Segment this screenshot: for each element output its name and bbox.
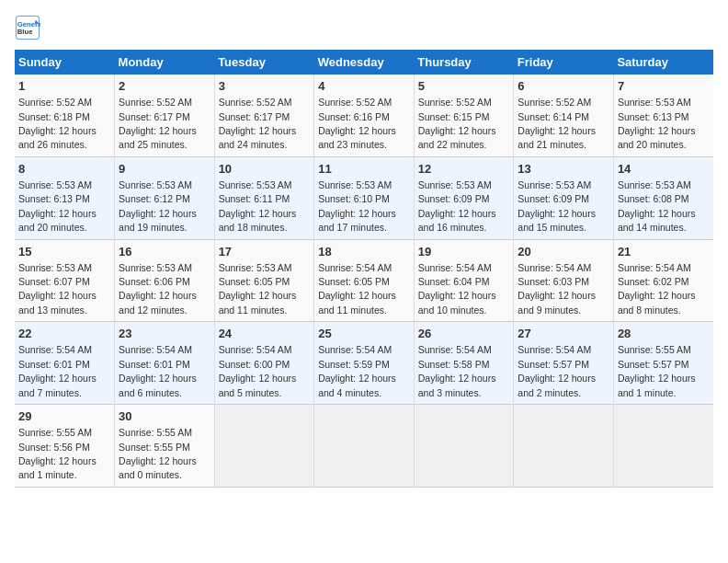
day-number: 28 [618,326,710,342]
header-sunday: Sunday [15,50,115,75]
day-number: 5 [418,78,510,95]
calendar-cell: 27Sunrise: 5:54 AMSunset: 5:57 PMDayligh… [514,322,614,405]
cell-info: Sunrise: 5:52 AMSunset: 6:17 PMDaylight:… [219,97,297,150]
calendar-cell [514,405,614,488]
cell-info: Sunrise: 5:55 AMSunset: 5:57 PMDaylight:… [618,344,696,397]
cell-info: Sunrise: 5:52 AMSunset: 6:16 PMDaylight:… [318,97,396,150]
day-number: 24 [219,326,311,342]
calendar-cell: 28Sunrise: 5:55 AMSunset: 5:57 PMDayligh… [613,322,713,405]
header-thursday: Thursday [414,50,514,75]
cell-info: Sunrise: 5:52 AMSunset: 6:14 PMDaylight:… [518,97,596,150]
day-number: 30 [119,408,210,425]
cell-info: Sunrise: 5:54 AMSunset: 6:00 PMDaylight:… [219,344,297,397]
calendar-cell: 17Sunrise: 5:53 AMSunset: 6:05 PMDayligh… [214,239,314,322]
calendar-week-1: 1Sunrise: 5:52 AMSunset: 6:18 PMDaylight… [15,75,713,156]
calendar-cell: 1Sunrise: 5:52 AMSunset: 6:18 PMDaylight… [15,75,115,156]
calendar-cell [613,405,713,488]
cell-info: Sunrise: 5:52 AMSunset: 6:17 PMDaylight:… [119,97,197,150]
calendar-table: SundayMondayTuesdayWednesdayThursdayFrid… [15,50,713,488]
calendar-cell: 3Sunrise: 5:52 AMSunset: 6:17 PMDaylight… [214,75,314,156]
calendar-week-3: 15Sunrise: 5:53 AMSunset: 6:07 PMDayligh… [15,239,713,322]
day-number: 9 [119,161,210,178]
cell-info: Sunrise: 5:54 AMSunset: 6:02 PMDaylight:… [618,262,696,316]
calendar-cell: 29Sunrise: 5:55 AMSunset: 5:56 PMDayligh… [15,405,115,488]
day-number: 10 [219,161,311,178]
calendar-cell: 19Sunrise: 5:54 AMSunset: 6:04 PMDayligh… [414,239,514,322]
cell-info: Sunrise: 5:55 AMSunset: 5:55 PMDaylight:… [119,427,197,480]
calendar-cell: 4Sunrise: 5:52 AMSunset: 6:16 PMDaylight… [314,75,415,156]
cell-info: Sunrise: 5:53 AMSunset: 6:09 PMDaylight:… [518,179,596,233]
calendar-cell: 12Sunrise: 5:53 AMSunset: 6:09 PMDayligh… [414,156,514,239]
calendar-cell: 20Sunrise: 5:54 AMSunset: 6:03 PMDayligh… [514,239,614,322]
calendar-cell: 2Sunrise: 5:52 AMSunset: 6:17 PMDaylight… [115,75,215,156]
cell-info: Sunrise: 5:54 AMSunset: 6:04 PMDaylight:… [418,262,496,316]
calendar-cell: 6Sunrise: 5:52 AMSunset: 6:14 PMDaylight… [514,75,614,156]
calendar-cell: 21Sunrise: 5:54 AMSunset: 6:02 PMDayligh… [613,239,713,322]
day-number: 3 [219,78,311,95]
day-number: 7 [618,78,710,95]
cell-info: Sunrise: 5:52 AMSunset: 6:15 PMDaylight:… [418,97,496,150]
day-number: 1 [18,78,110,95]
cell-info: Sunrise: 5:53 AMSunset: 6:11 PMDaylight:… [219,179,297,233]
cell-info: Sunrise: 5:54 AMSunset: 6:05 PMDaylight:… [318,262,396,316]
day-number: 12 [418,161,510,178]
day-number: 11 [318,161,410,178]
header-saturday: Saturday [613,50,713,75]
calendar-cell: 7Sunrise: 5:53 AMSunset: 6:13 PMDaylight… [613,75,713,156]
calendar-cell: 11Sunrise: 5:53 AMSunset: 6:10 PMDayligh… [314,156,415,239]
day-number: 4 [318,78,410,95]
calendar-week-4: 22Sunrise: 5:54 AMSunset: 6:01 PMDayligh… [15,322,713,405]
day-number: 20 [518,244,609,260]
cell-info: Sunrise: 5:55 AMSunset: 5:56 PMDaylight:… [18,427,97,480]
day-number: 26 [418,326,510,342]
cell-info: Sunrise: 5:54 AMSunset: 6:01 PMDaylight:… [18,344,97,397]
header-tuesday: Tuesday [214,50,314,75]
header-friday: Friday [514,50,614,75]
cell-info: Sunrise: 5:54 AMSunset: 6:03 PMDaylight:… [518,262,596,316]
day-number: 6 [518,78,609,95]
day-number: 15 [18,244,110,260]
cell-info: Sunrise: 5:53 AMSunset: 6:05 PMDaylight:… [219,262,297,316]
cell-info: Sunrise: 5:53 AMSunset: 6:09 PMDaylight:… [418,179,496,233]
calendar-cell: 16Sunrise: 5:53 AMSunset: 6:06 PMDayligh… [115,239,215,322]
day-number: 27 [518,326,609,342]
day-number: 8 [18,161,110,178]
calendar-cell: 14Sunrise: 5:53 AMSunset: 6:08 PMDayligh… [613,156,713,239]
cell-info: Sunrise: 5:54 AMSunset: 5:58 PMDaylight:… [418,344,496,397]
cell-info: Sunrise: 5:53 AMSunset: 6:06 PMDaylight:… [119,262,197,316]
cell-info: Sunrise: 5:52 AMSunset: 6:18 PMDaylight:… [18,97,97,150]
calendar-cell: 24Sunrise: 5:54 AMSunset: 6:00 PMDayligh… [214,322,314,405]
day-number: 29 [18,408,110,425]
day-number: 16 [119,244,210,260]
calendar-week-5: 29Sunrise: 5:55 AMSunset: 5:56 PMDayligh… [15,405,713,488]
calendar-cell: 22Sunrise: 5:54 AMSunset: 6:01 PMDayligh… [15,322,115,405]
day-number: 19 [418,244,510,260]
calendar-week-2: 8Sunrise: 5:53 AMSunset: 6:13 PMDaylight… [15,156,713,239]
cell-info: Sunrise: 5:53 AMSunset: 6:13 PMDaylight:… [18,179,97,233]
day-number: 21 [618,244,710,260]
header-wednesday: Wednesday [314,50,415,75]
calendar-cell: 13Sunrise: 5:53 AMSunset: 6:09 PMDayligh… [514,156,614,239]
logo-icon: General Blue [15,15,40,40]
cell-info: Sunrise: 5:53 AMSunset: 6:10 PMDaylight:… [318,179,396,233]
cell-info: Sunrise: 5:54 AMSunset: 5:57 PMDaylight:… [518,344,596,397]
calendar-cell [214,405,314,488]
calendar-cell: 15Sunrise: 5:53 AMSunset: 6:07 PMDayligh… [15,239,115,322]
calendar-cell: 30Sunrise: 5:55 AMSunset: 5:55 PMDayligh… [115,405,215,488]
calendar-cell: 8Sunrise: 5:53 AMSunset: 6:13 PMDaylight… [15,156,115,239]
calendar-cell: 10Sunrise: 5:53 AMSunset: 6:11 PMDayligh… [214,156,314,239]
calendar-cell: 25Sunrise: 5:54 AMSunset: 5:59 PMDayligh… [314,322,415,405]
day-number: 17 [219,244,311,260]
cell-info: Sunrise: 5:53 AMSunset: 6:08 PMDaylight:… [618,179,696,233]
header-monday: Monday [115,50,215,75]
calendar-cell: 26Sunrise: 5:54 AMSunset: 5:58 PMDayligh… [414,322,514,405]
day-number: 2 [119,78,210,95]
calendar-cell: 23Sunrise: 5:54 AMSunset: 6:01 PMDayligh… [115,322,215,405]
day-number: 22 [18,326,110,342]
day-number: 25 [318,326,410,342]
cell-info: Sunrise: 5:53 AMSunset: 6:07 PMDaylight:… [18,262,97,316]
day-number: 23 [119,326,210,342]
day-number: 14 [618,161,710,178]
svg-text:Blue: Blue [17,28,33,36]
calendar-cell: 18Sunrise: 5:54 AMSunset: 6:05 PMDayligh… [314,239,415,322]
